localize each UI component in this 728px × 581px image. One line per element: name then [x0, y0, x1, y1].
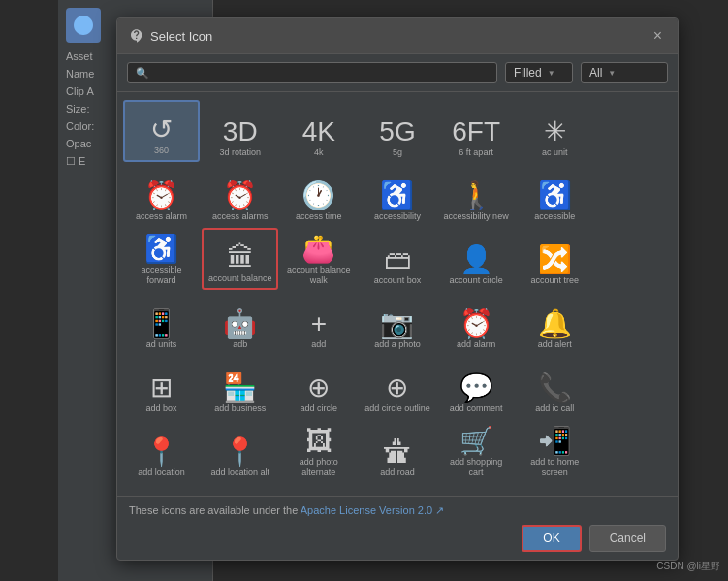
icons-area: ↺3603D3d rotation4K4k5G5g6FT6 ft apart✳a… — [117, 92, 678, 496]
icon-item-add_business[interactable]: 🏪add business — [202, 356, 278, 418]
icon-label-add_circle: add circle — [301, 403, 338, 414]
icon-item-add_location_alt[interactable]: 📍add location alt — [202, 420, 278, 482]
icon-item-access_alarm[interactable]: ⏰access alarm — [123, 164, 200, 226]
icon-item-add_comment[interactable]: 💬add comment — [438, 356, 515, 418]
icon-item-r7a[interactable] — [123, 484, 200, 496]
icon-glyph-accessibility: ♿ — [380, 182, 414, 210]
dialog-close-button[interactable]: × — [649, 26, 666, 46]
icon-item-account_circle[interactable]: 👤account circle — [438, 228, 515, 290]
icon-glyph-account_balance: 🏛 — [227, 244, 254, 272]
all-dropdown-label: All — [589, 66, 602, 80]
icon-item-scroll[interactable] — [595, 100, 672, 162]
icon-item-add_road[interactable]: 🛣add road — [359, 420, 435, 482]
icon-label-account_balance_wallet: account balance walk — [285, 265, 353, 286]
icon-item-add_box[interactable]: ⊞add box — [123, 356, 200, 418]
icon-item-ac_unit[interactable]: ✳ac unit — [517, 100, 593, 162]
icon-item-empty6[interactable] — [595, 420, 672, 482]
icon-item-access_alarms[interactable]: ⏰access alarms — [202, 164, 278, 226]
icon-item-r7g[interactable] — [595, 484, 672, 496]
icon-item-r7b[interactable] — [202, 484, 278, 496]
dialog-title-group: Select Icon — [129, 28, 212, 44]
icon-item-add_to_home_screen[interactable]: 📲add to home screen — [517, 420, 593, 482]
icon-item-add_location[interactable]: 📍add location — [123, 420, 200, 482]
icon-glyph-access_alarm: ⏰ — [144, 182, 178, 210]
icon-label-add_alert: add alert — [538, 339, 572, 350]
icon-label-add_photo_alternate: add photo alternate — [285, 457, 353, 478]
icon-item-empty3[interactable] — [595, 228, 672, 290]
icon-item-account_balance_wallet[interactable]: 👛account balance walk — [280, 228, 357, 290]
icon-glyph-add_to_home_screen: 📲 — [538, 428, 572, 455]
all-dropdown[interactable]: All ▼ — [581, 62, 668, 83]
icon-label-5g: 5g — [393, 147, 402, 158]
license-link[interactable]: Apache License Version 2.0 ↗ — [301, 504, 444, 516]
icon-item-add_a_photo[interactable]: 📷add a photo — [359, 292, 435, 354]
filled-dropdown-label: Filled — [514, 66, 542, 80]
select-icon-title-icon — [129, 28, 144, 44]
icon-label-3d_rotation: 3d rotation — [219, 147, 261, 158]
icon-item-accessibility_new[interactable]: 🚶accessibility new — [438, 164, 515, 226]
icon-label-add_location_alt: add location alt — [210, 468, 269, 478]
icon-item-r7d[interactable] — [359, 484, 435, 496]
icon-item-empty4[interactable] — [595, 292, 672, 354]
icon-item-6ft_apart[interactable]: 6FT6 ft apart — [438, 100, 515, 162]
icon-item-add_alert[interactable]: 🔔add alert — [517, 292, 593, 354]
icon-item-5g[interactable]: 5G5g — [359, 100, 435, 162]
icon-glyph-add_box: ⊞ — [150, 374, 173, 402]
icon-item-empty5[interactable] — [595, 356, 672, 418]
icon-item-adb[interactable]: 🤖adb — [202, 292, 278, 354]
icon-glyph-access_time: 🕐 — [301, 182, 335, 210]
icon-item-r7c[interactable] — [280, 484, 357, 496]
icon-item-accessibility[interactable]: ♿accessibility — [359, 164, 435, 226]
icon-item-ad_units[interactable]: 📱ad units — [123, 292, 200, 354]
icon-glyph-4k: 4K — [302, 118, 335, 145]
search-input[interactable] — [153, 66, 489, 80]
footer-buttons: OK Cancel — [129, 525, 666, 552]
icon-label-add_box: add box — [146, 403, 177, 414]
icon-item-account_balance[interactable]: 🏛account balance — [202, 228, 278, 290]
dialog-title: Select Icon — [150, 29, 212, 44]
icon-glyph-account_balance_wallet: 👛 — [301, 236, 335, 263]
icon-item-accessible[interactable]: ♿accessible — [517, 164, 593, 226]
icon-item-add_ic_call[interactable]: 📞add ic call — [517, 356, 593, 418]
icon-item-empty2[interactable] — [595, 164, 672, 226]
icon-item-account_tree[interactable]: 🔀account tree — [517, 228, 593, 290]
icon-item-add_circle[interactable]: ⊕add circle — [280, 356, 357, 418]
filled-dropdown[interactable]: Filled ▼ — [505, 62, 573, 83]
icon-item-accessible_forward[interactable]: ♿accessible forward — [123, 228, 200, 290]
icon-glyph-add_alert: 🔔 — [538, 310, 572, 338]
icon-glyph-add_shopping_cart: 🛒 — [459, 428, 493, 455]
icon-glyph-access_alarms: ⏰ — [223, 182, 257, 210]
icon-item-add_circle_outline[interactable]: ⊕add circle outline — [359, 356, 435, 418]
icon-glyph-account_tree: 🔀 — [538, 246, 572, 274]
icon-item-360[interactable]: ↺360 — [123, 100, 200, 162]
ok-button[interactable]: OK — [522, 525, 581, 552]
icon-glyph-ac_unit: ✳ — [544, 118, 566, 145]
icon-item-access_time[interactable]: 🕐access time — [280, 164, 357, 226]
icon-glyph-adb: 🤖 — [223, 310, 257, 338]
icon-label-add_alarm: add alarm — [457, 339, 495, 350]
icon-item-account_box[interactable]: 🗃account box — [359, 228, 435, 290]
dialog-titlebar: Select Icon × — [117, 18, 678, 54]
icon-glyph-accessible_forward: ♿ — [144, 236, 178, 263]
icon-item-add_shopping_cart[interactable]: 🛒add shopping cart — [438, 420, 515, 482]
icon-label-add_ic_call: add ic call — [535, 403, 574, 414]
icon-item-add[interactable]: +add — [280, 292, 357, 354]
icon-item-add_photo_alternate[interactable]: 🖼add photo alternate — [280, 420, 357, 482]
search-box[interactable]: 🔍 — [127, 62, 497, 83]
icon-label-accessible: accessible — [534, 211, 575, 222]
icon-glyph-add_location: 📍 — [144, 438, 178, 466]
icon-glyph-add_business: 🏪 — [223, 374, 257, 402]
icon-label-add_shopping_cart: add shopping cart — [442, 457, 510, 478]
icon-item-4k[interactable]: 4K4k — [280, 100, 357, 162]
icon-label-add_a_photo: add a photo — [374, 339, 421, 350]
license-text: These icons are available under the Apac… — [129, 504, 666, 517]
icon-item-r7e[interactable] — [438, 484, 515, 496]
dialog-footer: These icons are available under the Apac… — [117, 496, 678, 560]
icon-item-3d_rotation[interactable]: 3D3d rotation — [202, 100, 278, 162]
icon-item-add_alarm[interactable]: ⏰add alarm — [438, 292, 515, 354]
icon-label-account_box: account box — [374, 275, 422, 286]
icon-glyph-add_photo_alternate: 🖼 — [305, 428, 332, 455]
cancel-button[interactable]: Cancel — [589, 525, 666, 552]
icon-item-r7f[interactable] — [517, 484, 593, 496]
select-icon-dialog: Select Icon × 🔍 Filled ▼ All ▼ ↺3603D3d … — [116, 17, 679, 561]
